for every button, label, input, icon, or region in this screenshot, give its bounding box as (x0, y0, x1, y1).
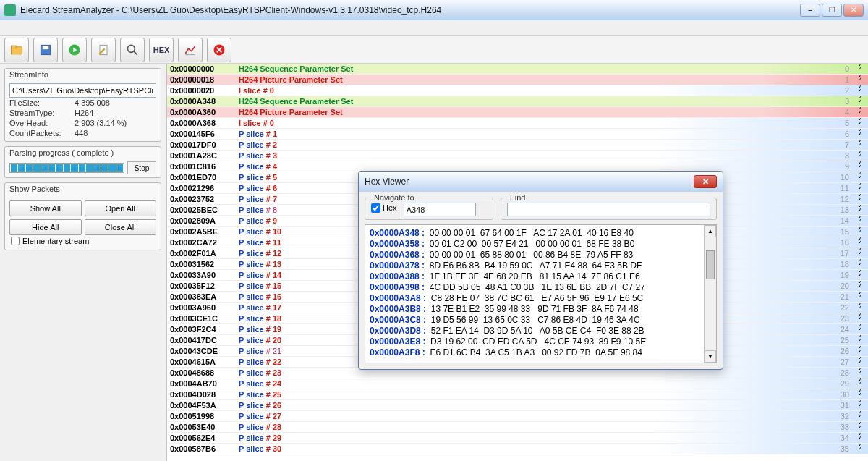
save-button[interactable] (33, 38, 58, 62)
chevron-down-icon[interactable]: ˅˅ (854, 119, 865, 127)
packet-row[interactable]: 0x000562E4P slice # 2934˅˅ (167, 433, 868, 444)
chevron-down-icon[interactable]: ˅˅ (854, 293, 865, 300)
packet-row[interactable]: 0x00000000H264 Sequence Parameter Set0˅˅ (167, 64, 868, 75)
open-all-button[interactable]: Open All (85, 200, 157, 216)
elementary-stream-checkbox[interactable] (11, 237, 20, 245)
chevron-down-icon[interactable]: ˅˅ (854, 206, 865, 213)
packet-row[interactable]: 0x00051998P slice # 2732˅˅ (167, 411, 868, 422)
chart-button[interactable] (178, 38, 203, 62)
hex-viewer-window[interactable]: Hex Viewer ✕ Navigate to Hex Find 0x0000… (358, 171, 723, 370)
packet-row[interactable]: 0x0004AB70P slice # 2429˅˅ (167, 378, 868, 389)
chevron-down-icon[interactable]: ˅˅ (854, 271, 865, 279)
chevron-down-icon[interactable]: ˅˅ (854, 434, 865, 441)
packets-head: Show Packets (5, 183, 161, 195)
chevron-down-icon[interactable]: ˅˅ (854, 380, 865, 387)
stream-path-field[interactable] (9, 83, 156, 98)
chevron-down-icon[interactable]: ˅˅ (854, 195, 865, 203)
packet-row[interactable]: 0x0000A360H264 Picture Parameter Set4˅˅ (167, 107, 868, 118)
chevron-down-icon[interactable]: ˅˅ (854, 402, 865, 409)
chevron-down-icon[interactable]: ˅˅ (854, 228, 865, 235)
find-input[interactable] (507, 203, 710, 216)
edit-button[interactable] (91, 38, 116, 62)
packet-row[interactable]: 0x0004F53AP slice # 2631˅˅ (167, 400, 868, 411)
hex-checkbox[interactable] (371, 203, 380, 213)
chevron-down-icon[interactable]: ˅˅ (854, 185, 865, 192)
scroll-thumb[interactable] (706, 250, 715, 279)
chevron-down-icon[interactable]: ˅˅ (854, 65, 865, 72)
chevron-down-icon[interactable]: ˅˅ (854, 261, 865, 268)
elementary-stream-check[interactable]: Elementary stream (9, 235, 156, 247)
navigate-input[interactable] (404, 203, 476, 216)
progress-bar (9, 163, 124, 173)
hex-line: 0x0000A348 : 00 00 00 01 67 64 00 1F AC … (370, 228, 712, 239)
chevron-down-icon[interactable]: ˅˅ (854, 174, 865, 181)
hex-line: 0x0000A398 : 4C DD 5B 05 48 A1 C0 3B 1E … (370, 282, 712, 293)
hex-line: 0x0000A3C8 : 19 D5 56 99 13 65 0C 33 C7 … (370, 315, 712, 326)
chevron-down-icon[interactable]: ˅˅ (854, 391, 865, 398)
packet-row[interactable]: 0x00053E40P slice # 2833˅˅ (167, 422, 868, 433)
close-file-button[interactable] (207, 38, 231, 62)
hex-line: 0x0000A388 : 1F 1B EF 3F 4E 68 20 EB 81 … (370, 271, 712, 282)
chevron-down-icon[interactable]: ˅˅ (854, 76, 865, 83)
hide-all-button[interactable]: Hide All (9, 219, 82, 235)
hex-line: 0x0000A3B8 : 13 7E B1 E2 35 99 48 33 9D … (370, 304, 712, 315)
maximize-button[interactable]: ❐ (822, 4, 842, 17)
packet-row[interactable]: 0x0001A28CP slice # 38˅˅ (167, 151, 868, 161)
show-all-button[interactable]: Show All (9, 200, 82, 216)
chevron-down-icon[interactable]: ˅˅ (854, 217, 865, 224)
packet-row[interactable]: 0x00000020I slice # 02˅˅ (167, 85, 868, 96)
hex-line: 0x0000A3E8 : D3 19 62 00 CD ED CA 5D 4C … (370, 337, 712, 347)
chevron-down-icon[interactable]: ˅˅ (854, 315, 865, 322)
chevron-down-icon[interactable]: ˅˅ (854, 239, 865, 246)
packet-row[interactable]: 0x00017DF0P slice # 27˅˅ (167, 140, 868, 151)
open-file-button[interactable] (4, 38, 29, 62)
scroll-down-icon[interactable]: ▼ (705, 350, 716, 363)
hex-close-button[interactable]: ✕ (694, 175, 717, 188)
packet-row[interactable]: 0x00000018H264 Picture Parameter Set1˅˅ (167, 75, 868, 85)
chevron-down-icon[interactable]: ˅˅ (854, 109, 865, 116)
chevron-down-icon[interactable]: ˅˅ (854, 130, 865, 138)
chevron-down-icon[interactable]: ˅˅ (854, 347, 865, 355)
search-button[interactable] (120, 38, 145, 62)
minimize-button[interactable]: ‒ (800, 4, 820, 17)
chevron-down-icon[interactable]: ˅˅ (854, 141, 865, 148)
chevron-down-icon[interactable]: ˅˅ (854, 163, 865, 170)
hex-button[interactable]: HEX (149, 38, 174, 62)
hex-dump[interactable]: 0x0000A348 : 00 00 00 01 67 64 00 1F AC … (365, 224, 717, 363)
chevron-down-icon[interactable]: ˅˅ (854, 152, 865, 159)
chevron-down-icon[interactable]: ˅˅ (854, 358, 865, 365)
chevron-down-icon[interactable]: ˅˅ (854, 98, 865, 105)
play-button[interactable] (62, 38, 87, 62)
chevron-down-icon[interactable]: ˅˅ (854, 337, 865, 344)
hex-titlebar[interactable]: Hex Viewer ✕ (359, 172, 723, 192)
stop-button[interactable]: Stop (127, 161, 156, 174)
chevron-down-icon[interactable]: ˅˅ (854, 87, 865, 94)
chevron-down-icon[interactable]: ˅˅ (854, 423, 865, 431)
svg-rect-3 (43, 46, 48, 49)
toolbar: HEX (0, 36, 868, 64)
packet-row[interactable]: 0x0000A348H264 Sequence Parameter Set3˅˅ (167, 96, 868, 107)
packet-row[interactable]: 0x0000A368I slice # 05˅˅ (167, 118, 868, 129)
chevron-down-icon[interactable]: ˅˅ (854, 369, 865, 376)
chevron-down-icon[interactable]: ˅˅ (854, 250, 865, 257)
navigate-fieldset: Navigate to Hex (365, 198, 493, 220)
info-row: CountPackets:448 (9, 128, 156, 138)
close-all-button[interactable]: Close All (85, 219, 157, 235)
window-title: Elecard StreamAnalyzer - C:\Users\ZL Guo… (20, 5, 800, 15)
packet-row[interactable]: 0x0004D028P slice # 2530˅˅ (167, 389, 868, 400)
packet-row[interactable]: 0x000587B6P slice # 3035˅˅ (167, 444, 868, 454)
chevron-down-icon[interactable]: ˅˅ (854, 445, 865, 452)
hex-checkbox-label[interactable]: Hex (371, 203, 397, 213)
chevron-down-icon[interactable]: ˅˅ (854, 282, 865, 289)
close-button[interactable]: ✕ (843, 4, 864, 17)
hex-scrollbar[interactable]: ▲ ▼ (704, 225, 716, 363)
svg-line-9 (134, 51, 137, 54)
chevron-down-icon[interactable]: ˅˅ (854, 413, 865, 420)
chevron-down-icon[interactable]: ˅˅ (854, 304, 865, 311)
streaminfo-head: StreamInfo (5, 69, 161, 80)
packet-row[interactable]: 0x000145F6P slice # 16˅˅ (167, 129, 868, 140)
progress-panel: Parsing progress ( complete ) Stop (4, 146, 161, 178)
chevron-down-icon[interactable]: ˅˅ (854, 326, 865, 333)
scroll-up-icon[interactable]: ▲ (705, 225, 716, 237)
hex-line: 0x0000A3F8 : E6 D1 6C B4 3A C5 1B A3 00 … (370, 347, 712, 358)
